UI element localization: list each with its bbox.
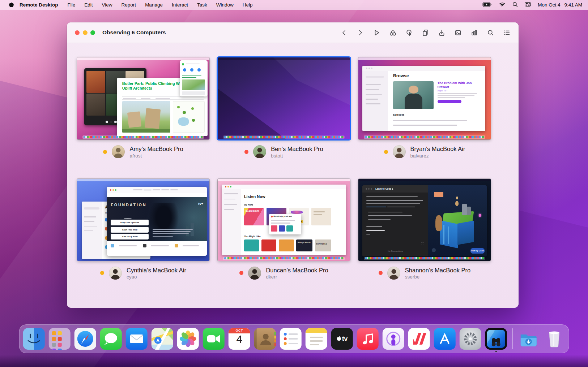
dock-icon-photos[interactable] <box>177 328 199 350</box>
menu-view[interactable]: View <box>102 2 112 8</box>
thumb-up-next-label: Up Next <box>244 203 253 206</box>
avatar <box>109 267 122 280</box>
thumb-road-trip-popup: Road trip podcast <box>269 214 301 234</box>
back-button[interactable] <box>340 29 348 36</box>
execute-button[interactable] <box>373 29 380 36</box>
dock-icon-news[interactable] <box>408 328 430 350</box>
control-center-icon[interactable] <box>525 2 531 8</box>
menu-bar-date: Mon Oct 4 <box>538 2 560 8</box>
observe-button[interactable] <box>389 29 397 36</box>
thumb-menubar <box>358 179 491 181</box>
menu-edit[interactable]: Edit <box>84 2 93 8</box>
reports-button[interactable] <box>470 29 478 36</box>
dock-icon-downloads[interactable] <box>517 328 539 350</box>
status-dot <box>100 271 104 275</box>
apple-menu-icon[interactable] <box>6 2 17 8</box>
desktop: Remote Desktop File Edit View Report Man… <box>0 0 588 367</box>
thumb-menubar <box>218 57 350 60</box>
battery-charging-icon[interactable] <box>482 2 492 8</box>
search-button[interactable] <box>487 29 494 36</box>
status-dot <box>384 150 388 154</box>
get-items-button[interactable] <box>438 29 446 36</box>
thumb-show-photo <box>393 81 434 109</box>
spotlight-icon[interactable] <box>512 2 518 8</box>
menu-task[interactable]: Task <box>197 2 207 8</box>
zoom-button[interactable] <box>90 30 95 35</box>
menu-manage[interactable]: Manage <box>145 2 163 8</box>
dock: OCT 4 <box>19 324 569 353</box>
thumb-add-to-up-next-button: Add to Up Next <box>111 234 149 239</box>
computer-card: Learn to Code 1 <box>358 179 491 280</box>
computer-username: balvarez <box>410 153 465 159</box>
thumb-album-midnight-miracle: Midnight Miracle <box>296 239 312 251</box>
menu-window[interactable]: Window <box>216 2 234 8</box>
thumb-scene-callout <box>434 192 443 198</box>
dock-icon-maps[interactable] <box>152 328 173 350</box>
thumb-start-free-trial-button: Start Free Trial <box>111 227 149 233</box>
avatar <box>393 145 406 158</box>
thumbnail-bryan[interactable]: Browse The Problem With Jon Stewart Appl… <box>358 57 491 139</box>
menu-file[interactable]: File <box>68 2 76 8</box>
unix-command-button[interactable] <box>454 29 462 36</box>
dock-icon-calendar[interactable]: OCT 4 <box>229 328 250 350</box>
computer-name: Duncan’s MacBook Pro <box>266 267 328 274</box>
computer-label: Cynthia’s MacBook Air cyao <box>100 267 186 280</box>
thumb-music-window: Listen Now Up Next BACK ISSUE Unexplaina… <box>222 185 346 255</box>
thumbnail-amy[interactable]: Butler Park: Public Climbing Wall Uplift… <box>77 57 209 139</box>
dock-icon-reminders[interactable] <box>280 328 302 350</box>
wifi-icon[interactable] <box>499 2 506 8</box>
dock-icon-contacts[interactable] <box>254 328 276 350</box>
dock-icon-podcasts[interactable] <box>383 328 404 350</box>
dock-icon-trash[interactable] <box>543 328 565 350</box>
avatar <box>112 145 125 158</box>
list-view-button[interactable] <box>503 29 511 36</box>
dock-icon-music[interactable] <box>357 328 379 350</box>
menu-help[interactable]: Help <box>243 2 253 8</box>
copy-button[interactable] <box>422 29 429 36</box>
minimize-button[interactable] <box>83 30 88 35</box>
thumb-dock <box>223 257 345 260</box>
computer-username: afrost <box>129 153 183 159</box>
thumb-play-free-episode-button: Play Free Episode <box>111 220 149 225</box>
dock-icon-messages[interactable] <box>100 328 122 350</box>
menu-interact[interactable]: Interact <box>172 2 188 8</box>
dock-icon-safari[interactable] <box>74 328 96 350</box>
menu-bar-time: 9:41 AM <box>564 2 582 8</box>
thumbnail-ben[interactable] <box>218 57 350 139</box>
thumbnail-duncan[interactable]: Listen Now Up Next BACK ISSUE Unexplaina… <box>218 179 350 261</box>
thumbnail-shannon[interactable]: Learn to Code 1 <box>358 179 491 261</box>
thumb-podcasts-window: Browse The Problem With Jon Stewart Appl… <box>362 66 485 131</box>
window-title: Observing 6 Computers <box>102 29 166 36</box>
menu-items: File Edit View Report Manage Interact Ta… <box>68 2 253 8</box>
thumbnail-cynthia[interactable]: Apple Apps & Games <box>77 179 209 261</box>
computer-name: Cynthia’s MacBook Air <box>127 267 186 274</box>
computer-username: dkerr <box>266 274 328 280</box>
menu-report[interactable]: Report <box>122 2 136 8</box>
dock-icon-finder[interactable] <box>23 328 45 350</box>
menu-bar-clock[interactable]: Mon Oct 4 9:41 AM <box>538 2 582 8</box>
dock-icon-remote-desktop[interactable] <box>485 328 507 350</box>
dock-icon-app-store[interactable] <box>434 328 456 350</box>
control-button[interactable] <box>405 29 413 36</box>
computer-name: Ben’s MacBook Pro <box>271 145 323 153</box>
menu-app-name[interactable]: Remote Desktop <box>20 2 58 8</box>
thumb-album-4 <box>311 208 331 225</box>
computer-name: Shannon’s MacBook Pro <box>405 267 470 274</box>
dock-icon-launchpad[interactable] <box>49 328 71 350</box>
avatar <box>253 145 266 158</box>
dock-icon-mail[interactable] <box>126 328 148 350</box>
computer-label: Bryan’s MacBook Air balvarez <box>384 145 465 159</box>
dock-icon-system-preferences[interactable] <box>460 328 481 350</box>
dock-icon-tv[interactable]: tv <box>331 328 353 350</box>
computer-username: sserbe <box>405 274 470 280</box>
close-button[interactable] <box>75 30 80 35</box>
dock-icon-notes[interactable] <box>306 328 327 350</box>
running-indicator <box>495 351 497 353</box>
dock-icon-facetime[interactable] <box>203 328 225 350</box>
thumb-menubar <box>77 57 209 60</box>
thumb-doc-photo <box>122 101 170 133</box>
thumb-episodes-label: Episodes <box>393 113 404 116</box>
status-dot <box>379 271 383 275</box>
forward-button[interactable] <box>357 29 364 36</box>
status-dot <box>103 150 107 154</box>
